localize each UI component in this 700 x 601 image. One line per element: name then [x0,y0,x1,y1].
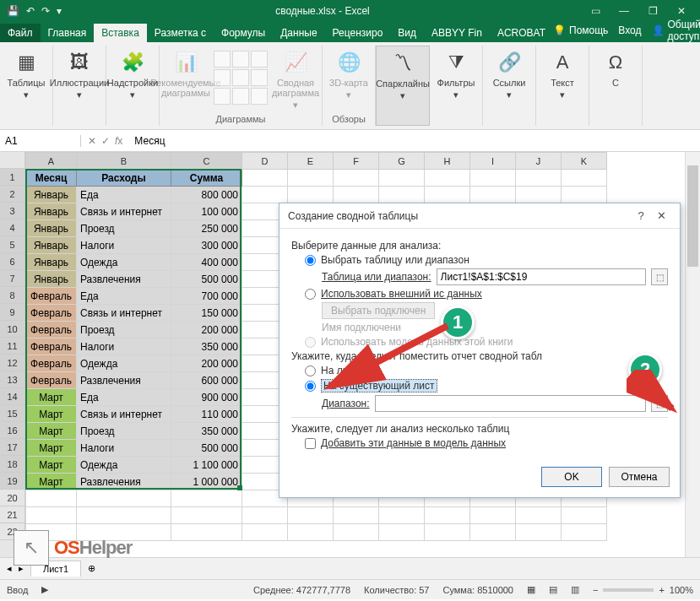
maximize-icon[interactable]: ❐ [641,5,665,17]
cancel-formula-icon[interactable]: ✕ [88,135,96,147]
cell-amount[interactable]: 150 000 [171,305,242,322]
cell-amount[interactable]: 110 000 [171,406,242,423]
col-header[interactable]: I [470,153,516,170]
cell-category[interactable]: Еда [77,288,171,305]
cell-month[interactable]: Март [26,440,77,457]
cell-amount[interactable]: 500 000 [171,440,242,457]
view-normal-icon[interactable]: ▦ [527,584,535,595]
tab-file[interactable]: Файл [0,24,41,42]
symbols-button[interactable]: ΩС [594,47,637,89]
cell-amount[interactable]: 700 000 [171,288,242,305]
zoom-out-icon[interactable]: − [593,585,598,595]
row-header[interactable]: 3 [0,203,24,219]
tab-0[interactable]: Главная [41,24,95,42]
cell-amount[interactable]: 350 000 [171,423,242,440]
tab-5[interactable]: Рецензиро [325,24,391,42]
row-header[interactable]: 19 [0,473,24,490]
checkbox-add-to-model[interactable] [305,438,316,449]
cell-amount[interactable]: 250 000 [171,220,242,237]
row-header[interactable]: 8 [0,287,24,304]
row-header[interactable]: 10 [0,321,24,338]
help-icon[interactable]: 💡 [553,24,566,36]
dialog-help-icon[interactable]: ? [631,209,651,222]
col-header[interactable]: A [26,153,77,170]
cell-month[interactable]: Март [26,406,77,423]
cell-category[interactable]: Связь и интернет [77,406,171,423]
save-icon[interactable]: 💾 [7,5,19,17]
cell-month[interactable]: Февраль [26,338,77,355]
cell-month[interactable]: Март [26,423,77,440]
zoom-level[interactable]: 100% [670,585,693,595]
cell-month[interactable]: Февраль [26,305,77,322]
cell-amount[interactable]: 1 000 000 [171,474,242,490]
radio-select-range[interactable] [305,255,316,266]
view-layout-icon[interactable]: ▤ [549,584,557,595]
name-box[interactable]: A1 [0,135,81,147]
cell-category[interactable]: Проезд [77,423,171,440]
cell-month[interactable]: Январь [26,187,77,203]
cell-category[interactable]: Связь и интернет [77,305,171,322]
row-header[interactable]: 13 [0,371,24,388]
tab-8[interactable]: ACROBAT [490,24,553,42]
tab-help[interactable]: Помощь [569,24,608,36]
filters-button[interactable]: ⧩Фильтры▾ [435,47,477,101]
close-icon[interactable]: ✕ [670,5,693,17]
cell-category[interactable]: Одежда [77,355,171,372]
ribbon-options-icon[interactable]: ▭ [583,5,607,17]
cell-category[interactable]: Налоги [77,440,171,457]
row-header[interactable]: 20 [0,490,24,506]
cell-category[interactable]: Одежда [77,457,171,474]
cell-month[interactable]: Февраль [26,355,77,372]
cell-amount[interactable]: 600 000 [171,372,242,389]
addins-button[interactable]: 🧩Надстройки▾ [111,47,154,101]
cell-category[interactable]: Развлечения [77,474,171,490]
row-header[interactable]: 17 [0,439,24,456]
col-header[interactable]: C [171,153,242,170]
cell-amount[interactable]: 200 000 [171,322,242,338]
col-header[interactable]: B [77,153,171,170]
table-header-cell[interactable]: Сумма [171,170,242,187]
table-header-cell[interactable]: Месяц [26,170,77,187]
tab-signin[interactable]: Вход [618,24,641,36]
col-header[interactable]: E [288,153,334,170]
cell-month[interactable]: Февраль [26,372,77,389]
cell-amount[interactable]: 200 000 [171,355,242,372]
fx-icon[interactable]: fx [115,135,122,147]
zoom-slider[interactable] [603,588,654,592]
cell-month[interactable]: Февраль [26,322,77,338]
formula-input[interactable]: Месяц [129,135,700,147]
location-input[interactable] [375,395,646,412]
row-header[interactable]: 16 [0,422,24,439]
row-header[interactable]: 5 [0,236,24,253]
qat-more-icon[interactable]: ▾ [57,5,62,17]
vertical-scrollbar[interactable] [685,152,700,557]
cell-category[interactable]: Налоги [77,338,171,355]
row-header[interactable]: 21 [0,506,24,523]
cell-month[interactable]: Март [26,457,77,474]
cell-amount[interactable]: 500 000 [171,271,242,288]
col-header[interactable]: G [379,153,425,170]
col-header[interactable]: H [425,153,470,170]
recommended-charts-button[interactable]: 📊Рекомендуемые диаграммы [165,47,207,100]
view-pagebreak-icon[interactable]: ▥ [571,584,579,595]
col-header[interactable]: K [562,153,607,170]
cell-category[interactable]: Развлечения [77,271,171,288]
row-header[interactable]: 11 [0,338,24,355]
radio-external[interactable] [305,289,316,300]
col-header[interactable]: D [242,153,288,170]
tables-button[interactable]: ▦Таблицы▾ [5,47,47,101]
cell-month[interactable]: Январь [26,254,77,271]
row-header[interactable]: 4 [0,219,24,236]
macro-icon[interactable]: ▶ [41,584,48,595]
zoom-in-icon[interactable]: + [659,585,664,595]
row-header[interactable]: 18 [0,456,24,473]
cell-category[interactable]: Одежда [77,254,171,271]
cell-category[interactable]: Связь и интернет [77,203,171,220]
cell-amount[interactable]: 300 000 [171,237,242,254]
cell-category[interactable]: Проезд [77,322,171,338]
cell-month[interactable]: Март [26,389,77,406]
pivot-chart-button[interactable]: 📈Сводная диаграмма▾ [274,47,317,111]
col-header[interactable]: J [516,153,562,170]
ok-button[interactable]: OK [541,467,602,487]
location-picker-icon[interactable]: ⬚ [651,395,668,412]
